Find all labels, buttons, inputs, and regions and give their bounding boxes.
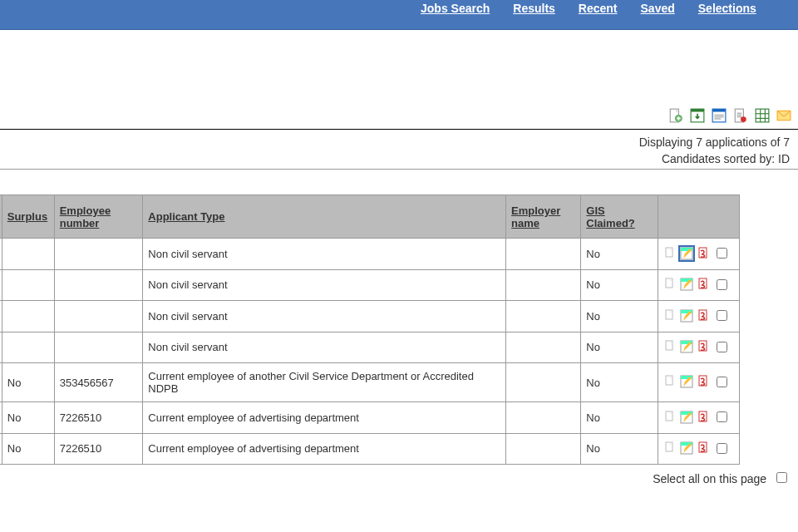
- view-document-icon[interactable]: [663, 441, 677, 455]
- svg-rect-3: [691, 109, 704, 111]
- pdf-icon[interactable]: [697, 411, 710, 424]
- pdf-icon[interactable]: [697, 375, 710, 388]
- col-gis-claimed[interactable]: GISClaimed?: [581, 195, 658, 239]
- table-row: ting siftNon civil servantNo: [0, 269, 740, 301]
- table-row: ting siftNon civil servantNo: [0, 239, 740, 270]
- excel-export-icon[interactable]: [690, 108, 705, 123]
- pdf-icon[interactable]: [697, 309, 710, 323]
- table-row: ting siftNon civil servantNo: [0, 301, 740, 332]
- cell-gis-claimed: No: [581, 363, 658, 402]
- nav-jobs-search[interactable]: Jobs Search: [421, 2, 490, 15]
- row-select-checkbox[interactable]: [717, 443, 727, 454]
- svg-rect-11: [737, 115, 742, 116]
- cell-surplus: No: [2, 402, 54, 434]
- cell-actions: [658, 269, 739, 301]
- cell-employee-number: [54, 239, 143, 270]
- cell-actions: [658, 363, 739, 402]
- cell-employer-name: [506, 332, 581, 363]
- nav-saved[interactable]: Saved: [641, 2, 675, 15]
- edit-application-icon[interactable]: [680, 340, 693, 353]
- row-select-checkbox[interactable]: [717, 342, 727, 352]
- edit-application-icon[interactable]: [680, 411, 693, 424]
- svg-point-13: [741, 116, 746, 122]
- cell-surplus: [2, 332, 54, 363]
- row-select-checkbox[interactable]: [717, 310, 727, 321]
- svg-rect-44: [666, 442, 672, 451]
- cell-employer-name: [506, 402, 581, 434]
- svg-rect-23: [699, 248, 707, 258]
- svg-rect-12: [737, 116, 742, 117]
- svg-rect-6: [714, 115, 723, 116]
- svg-rect-32: [666, 341, 672, 350]
- displaying-text: Displaying 7 applications of 7: [0, 135, 790, 151]
- cell-employer-name: [506, 269, 581, 301]
- spreadsheet-icon[interactable]: [755, 108, 770, 123]
- nav-results[interactable]: Results: [513, 2, 555, 15]
- select-all-checkbox[interactable]: [776, 472, 787, 483]
- table-header-row: icantus Surplus Employeenumber Applicant…: [0, 195, 740, 239]
- cell-gis-claimed: No: [581, 301, 658, 332]
- page-add-icon[interactable]: [668, 108, 683, 123]
- nav-selections[interactable]: Selections: [698, 2, 756, 15]
- pdf-icon[interactable]: [697, 247, 710, 260]
- pdf-icon[interactable]: [697, 278, 710, 291]
- table-row: ting siftNo7226510Current employee of ad…: [0, 433, 740, 465]
- cell-surplus: [2, 301, 54, 332]
- word-export-icon[interactable]: [712, 108, 727, 123]
- cell-employer-name: [506, 301, 581, 332]
- nav-recent[interactable]: Recent: [579, 2, 618, 15]
- cell-gis-claimed: No: [581, 433, 658, 465]
- cell-actions: [658, 239, 739, 270]
- view-document-icon[interactable]: [663, 340, 677, 353]
- svg-rect-7: [714, 116, 723, 117]
- view-document-icon[interactable]: [663, 278, 677, 291]
- cell-applicant-type: Non civil servant: [143, 269, 506, 301]
- select-all-footer: Select all on this page: [0, 465, 798, 485]
- cell-applicant-type: Non civil servant: [143, 239, 506, 270]
- page-doc-icon[interactable]: [733, 108, 748, 123]
- row-select-checkbox[interactable]: [717, 279, 727, 290]
- table-row: ting siftNon civil servantNo: [0, 332, 740, 363]
- table-row: ting siftNo7226510Current employee of ad…: [0, 402, 740, 434]
- cell-employee-number: [54, 301, 143, 332]
- svg-rect-31: [699, 310, 707, 320]
- pdf-icon[interactable]: [697, 441, 710, 455]
- cell-gis-claimed: No: [581, 239, 658, 270]
- col-employer-name[interactable]: Employername: [506, 195, 581, 239]
- svg-rect-5: [712, 109, 726, 111]
- edit-application-icon[interactable]: [680, 309, 693, 323]
- edit-application-icon[interactable]: [680, 278, 693, 291]
- cell-employee-number: [54, 269, 143, 301]
- pdf-icon[interactable]: [697, 340, 710, 353]
- svg-rect-43: [699, 411, 707, 421]
- edit-application-icon[interactable]: [680, 247, 693, 260]
- col-applicant-type[interactable]: Applicant Type: [143, 195, 506, 239]
- cell-gis-claimed: No: [581, 269, 658, 301]
- edit-application-icon[interactable]: [680, 441, 693, 455]
- svg-rect-47: [699, 442, 707, 452]
- view-document-icon[interactable]: [663, 247, 677, 260]
- cell-actions: [658, 332, 739, 363]
- applications-table: icantus Surplus Employeenumber Applicant…: [0, 195, 740, 465]
- cell-surplus: [2, 239, 54, 270]
- table-row: ting siftNo353456567Current employee of …: [0, 363, 740, 402]
- col-employee-number[interactable]: Employeenumber: [54, 195, 143, 239]
- row-select-checkbox[interactable]: [717, 377, 727, 387]
- view-document-icon[interactable]: [663, 309, 677, 323]
- cell-surplus: No: [2, 363, 54, 402]
- row-select-checkbox[interactable]: [717, 248, 727, 259]
- mail-icon[interactable]: [776, 108, 791, 123]
- svg-rect-36: [666, 376, 672, 385]
- cell-employee-number: 7226510: [54, 402, 143, 434]
- top-nav-bar: Jobs Search Results Recent Saved Selecti…: [0, 0, 798, 30]
- row-select-checkbox[interactable]: [717, 411, 727, 422]
- cell-gis-claimed: No: [581, 332, 658, 363]
- cell-actions: [658, 301, 739, 332]
- svg-rect-8: [714, 118, 721, 119]
- view-document-icon[interactable]: [663, 411, 677, 424]
- edit-application-icon[interactable]: [680, 375, 693, 388]
- select-all-label: Select all on this page: [653, 472, 766, 485]
- view-document-icon[interactable]: [663, 375, 677, 388]
- col-surplus[interactable]: Surplus: [2, 195, 54, 239]
- svg-rect-10: [737, 113, 742, 114]
